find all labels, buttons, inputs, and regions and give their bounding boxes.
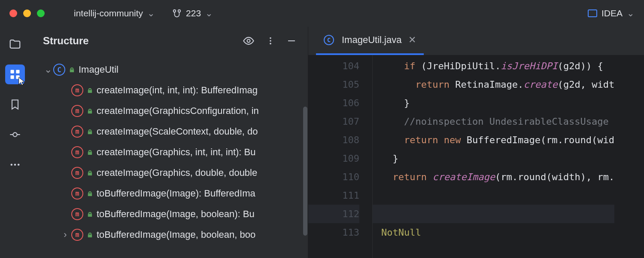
method-icon: m: [71, 208, 83, 220]
code-line[interactable]: return new BufferedImage(rm.round(wid: [381, 131, 614, 149]
project-tool-button[interactable]: [5, 34, 25, 54]
project-picker[interactable]: intellij-community ⌄: [70, 6, 159, 21]
panel-title: Structure: [43, 35, 243, 47]
commit-icon: [9, 129, 21, 141]
class-name-label: ImageUtil: [79, 64, 118, 75]
code-line[interactable]: [373, 205, 614, 223]
product-label: IDEA: [601, 8, 623, 18]
code-line[interactable]: }: [381, 94, 614, 112]
svg-point-11: [18, 164, 20, 166]
line-number: 104: [308, 57, 359, 75]
method-signature-label: toBufferedImage(Image, boolean, boo: [97, 229, 255, 240]
product-picker[interactable]: IDEA ⌄: [588, 8, 635, 18]
chevron-down-icon[interactable]: ⌄: [43, 64, 53, 75]
minimize-window-button[interactable]: [23, 9, 31, 17]
line-number: 108: [308, 131, 359, 149]
method-icon: m: [71, 167, 83, 179]
method-icon: m: [71, 126, 83, 138]
line-number: 111: [308, 186, 359, 205]
tree-method-node[interactable]: m 🔒︎ createImage(Graphics, double, doubl…: [30, 163, 308, 183]
project-name-label: intellij-community: [74, 8, 143, 18]
svg-point-14: [270, 40, 271, 42]
method-icon: m: [71, 105, 83, 117]
line-number: 107: [308, 112, 359, 131]
line-number: 106: [308, 94, 359, 112]
svg-point-15: [270, 43, 271, 45]
editor-body[interactable]: 104105106107108109110111112113 if (JreHi…: [308, 55, 644, 258]
structure-tree: ⌄ C 🔒︎ ImageUtilm 🔒︎ createImage(int, in…: [30, 55, 308, 245]
commit-tool-button[interactable]: [5, 125, 25, 144]
code-line[interactable]: //noinspection UndesirableClassUsage: [381, 112, 614, 131]
tree-method-node[interactable]: m 🔒︎ createImage(GraphicsConfiguration, …: [30, 101, 308, 121]
close-tab-button[interactable]: ✕: [408, 34, 416, 46]
chevron-down-icon: ⌄: [627, 8, 635, 18]
method-icon: m: [71, 187, 83, 200]
kebab-icon: [266, 35, 275, 47]
class-icon: C: [53, 64, 65, 76]
code-line[interactable]: return createImage(rm.round(width), rm.: [381, 168, 614, 186]
minimize-icon: [286, 36, 297, 46]
method-signature-label: createImage(ScaleContext, double, do: [97, 126, 258, 137]
line-number: 109: [308, 149, 359, 168]
close-window-button[interactable]: [9, 9, 17, 17]
code-line[interactable]: [381, 186, 614, 205]
svg-rect-3: [16, 70, 19, 74]
gutter: 104105106107108109110111112113: [308, 55, 373, 258]
bookmark-icon: [9, 98, 21, 111]
line-number: 112: [308, 205, 359, 223]
branch-count-label: 223: [186, 8, 201, 18]
structure-panel: Structure ⌄ C 🔒︎ ImageUtilm 🔒︎ createIma…: [30, 27, 308, 258]
code-line[interactable]: return RetinaImage.create(g2d, widt: [381, 75, 614, 94]
code-line[interactable]: NotNull: [381, 223, 614, 242]
editor-tab[interactable]: C ImageUtil.java ✕: [316, 27, 424, 55]
method-signature-label: createImage(Graphics, double, double: [97, 167, 257, 178]
minimize-panel-button[interactable]: [286, 36, 297, 46]
bookmarks-tool-button[interactable]: [5, 95, 25, 114]
code-content[interactable]: if (JreHiDpiUtil.isJreHiDPI(g2d)) { retu…: [373, 55, 614, 258]
tree-method-node[interactable]: m 🔒︎ createImage(Graphics, int, int, int…: [30, 142, 308, 163]
vcs-branch-widget[interactable]: 223 ⌄: [172, 8, 213, 18]
lock-icon: 🔒︎: [87, 87, 93, 94]
method-signature-label: toBufferedImage(Image, boolean): Bu: [97, 209, 255, 220]
structure-tool-button[interactable]: [5, 64, 25, 84]
chevron-down-icon: ⌄: [147, 8, 155, 18]
view-options-button[interactable]: [243, 35, 255, 47]
svg-point-10: [14, 164, 16, 166]
chevron-down-icon: ⌄: [205, 8, 213, 18]
scrollbar[interactable]: [303, 107, 307, 236]
svg-rect-2: [11, 70, 14, 74]
tree-method-node[interactable]: m 🔒︎ toBufferedImage(Image, boolean): Bu: [30, 204, 308, 224]
line-number: 113: [308, 223, 359, 242]
lock-icon: 🔒︎: [87, 128, 93, 135]
tree-method-node[interactable]: ›m 🔒︎ toBufferedImage(Image, boolean, bo…: [30, 224, 308, 245]
svg-point-12: [247, 40, 250, 43]
titlebar: intellij-community ⌄ 223 ⌄ IDEA ⌄: [0, 0, 644, 27]
class-icon: C: [324, 35, 334, 45]
folder-icon: [9, 38, 21, 51]
lock-icon: 🔒︎: [87, 149, 93, 156]
lock-icon: 🔒︎: [69, 66, 75, 74]
lock-icon: 🔒︎: [87, 108, 93, 115]
panel-menu-button[interactable]: [266, 35, 275, 47]
zoom-window-button[interactable]: [37, 9, 45, 17]
tree-method-node[interactable]: m 🔒︎ createImage(ScaleContext, double, d…: [30, 121, 308, 142]
nav-rail: [0, 27, 30, 258]
line-number: 110: [308, 168, 359, 186]
chevron-right-icon[interactable]: ›: [59, 229, 71, 240]
method-icon: m: [71, 229, 83, 241]
tree-method-node[interactable]: m 🔒︎ createImage(int, int, int): Buffere…: [30, 80, 308, 101]
code-line[interactable]: if (JreHiDpiUtil.isJreHiDPI(g2d)) {: [381, 57, 614, 75]
tree-root-node[interactable]: ⌄ C 🔒︎ ImageUtil: [30, 59, 308, 80]
editor-area: C ImageUtil.java ✕ 104105106107108109110…: [308, 27, 644, 258]
method-signature-label: createImage(Graphics, int, int, int): Bu: [97, 147, 256, 158]
tree-method-node[interactable]: m 🔒︎ toBufferedImage(Image): BufferedIma: [30, 183, 308, 204]
method-signature-label: createImage(int, int, int): BufferedImag: [97, 85, 258, 96]
svg-point-9: [11, 164, 13, 166]
svg-point-6: [13, 132, 17, 136]
ide-icon: [588, 9, 597, 17]
lock-icon: 🔒︎: [87, 190, 93, 197]
more-tools-button[interactable]: [5, 155, 25, 175]
panel-header: Structure: [30, 27, 308, 55]
code-line[interactable]: }: [381, 149, 614, 168]
svg-point-1: [178, 10, 181, 12]
